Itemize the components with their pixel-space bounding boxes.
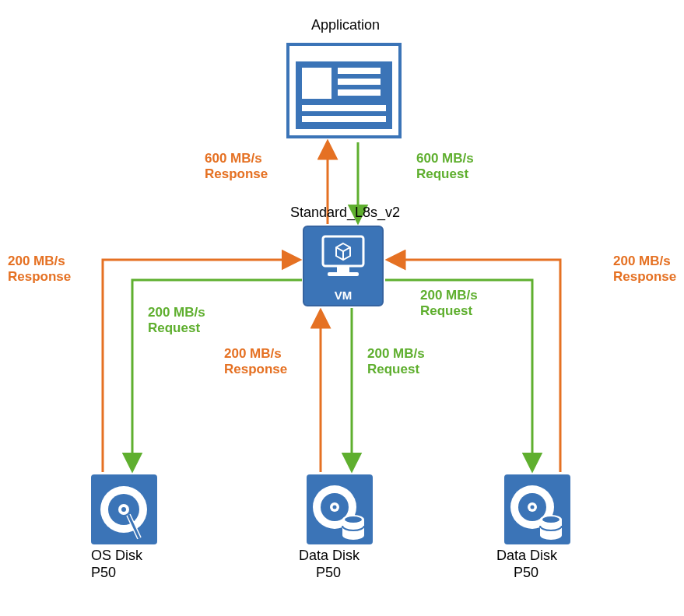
application-title: Application xyxy=(311,17,380,33)
svg-point-22 xyxy=(531,506,535,509)
svg-point-10 xyxy=(121,507,126,512)
dd2-request-label: 200 MB/s Request xyxy=(420,288,478,318)
os-disk-icon xyxy=(91,474,157,544)
svg-rect-5 xyxy=(337,266,349,272)
svg-point-17 xyxy=(342,530,364,540)
dd1-response-label: 200 MB/s Response xyxy=(224,346,287,376)
svg-rect-6 xyxy=(328,272,359,276)
dd1-request-label: 200 MB/s Request xyxy=(367,346,425,376)
app-request-label: 600 MB/s Request xyxy=(416,151,474,181)
os-side-response-label: 200 MB/s Response xyxy=(8,254,71,284)
application-icon xyxy=(286,43,402,138)
os-disk-label-1: OS Disk xyxy=(91,548,142,564)
data-disk-1-label-2: P50 xyxy=(316,565,341,581)
svg-point-26 xyxy=(542,516,559,523)
data-disk-2-icon xyxy=(504,474,570,544)
svg-point-14 xyxy=(333,506,337,509)
dd2-side-response-label: 200 MB/s Response xyxy=(613,254,676,284)
vm-caption: VM xyxy=(304,289,382,302)
vm-title: Standard_L8s_v2 xyxy=(290,205,400,221)
vm-icon: VM xyxy=(303,226,384,306)
os-request-label: 200 MB/s Request xyxy=(148,305,205,335)
app-response-label: 600 MB/s Response xyxy=(205,151,268,181)
svg-point-18 xyxy=(345,516,362,523)
data-disk-2-label-2: P50 xyxy=(514,565,538,581)
svg-point-25 xyxy=(540,530,562,540)
data-disk-1-label-1: Data Disk xyxy=(299,548,360,564)
data-disk-1-icon xyxy=(307,474,373,544)
os-disk-label-2: P50 xyxy=(91,565,116,581)
data-disk-2-label-1: Data Disk xyxy=(496,548,557,564)
